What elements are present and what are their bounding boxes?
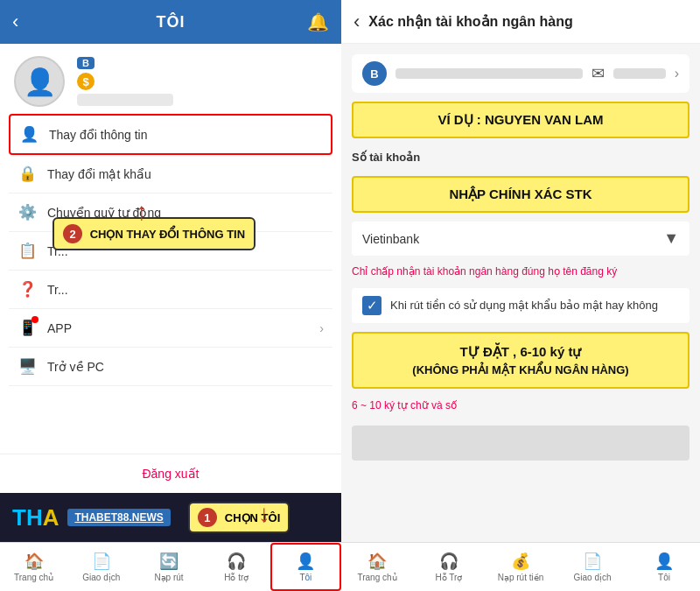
menu-item-app[interactable]: 📱 APP › — [9, 309, 332, 348]
nav-deposit[interactable]: 🔄 Nạp rút — [135, 543, 202, 591]
right-transaction-icon: 📄 — [583, 552, 602, 571]
right-nav-me-label: Tôi — [658, 573, 670, 582]
nav-support-label: Hỗ trợ — [224, 573, 248, 582]
annotation-step2-text: CHỌN THAY ĐỔI THÔNG TIN — [90, 228, 245, 241]
level-badge: B — [77, 57, 94, 69]
nav-transaction[interactable]: 📄 Giao dịch — [67, 543, 135, 591]
menu-label-pc: Trở về PC — [47, 360, 104, 374]
avatar: 👤 — [14, 56, 65, 107]
right-nav-transaction[interactable]: 📄 Giao dịch — [556, 543, 628, 591]
account-badge: B — [362, 61, 387, 86]
bank-name: Vietinbank — [362, 232, 419, 246]
annotation-step2: 2 CHỌN THAY ĐỔI THÔNG TIN — [52, 217, 256, 250]
bell-icon[interactable]: 🔔 — [307, 11, 329, 32]
nav-transaction-label: Giao dịch — [82, 573, 120, 582]
menu-item-change-info[interactable]: 👤 Thay đổi thông tin — [9, 114, 332, 155]
right-back-arrow-icon[interactable]: ‹ — [354, 11, 360, 33]
account-number-label: Số tài khoản — [352, 147, 690, 167]
menu-item-change-password[interactable]: 🔒 Thay đổi mật khẩu — [9, 155, 332, 193]
bank-row[interactable]: Vietinbank ▼ — [352, 222, 690, 256]
right-header: ‹ Xác nhận tài khoản ngân hàng — [341, 0, 700, 44]
example-box: VÍ DỤ : NGUYEN VAN LAM — [352, 102, 690, 138]
left-title: TÔI — [157, 13, 186, 32]
support-icon: 🎧 — [227, 552, 246, 571]
right-nav-me[interactable]: 👤 Tôi — [628, 543, 700, 591]
right-nav-home-label: Trang chủ — [357, 573, 396, 582]
account-bar2 — [613, 68, 666, 79]
notification-dot — [32, 316, 38, 323]
checkbox-checked-icon[interactable]: ✓ — [362, 296, 382, 315]
back-arrow-icon[interactable]: ‹ — [12, 11, 18, 33]
menu-label-change-info: Thay đổi thông tin — [49, 128, 148, 142]
right-support-icon: 🎧 — [439, 552, 458, 571]
lock-icon: 🔒 — [18, 165, 37, 183]
menu-item-help[interactable]: ❓ Tr... — [9, 271, 332, 309]
right-nav-home[interactable]: 🏠 Trang chủ — [341, 543, 413, 591]
nav-deposit-label: Nạp rút — [154, 573, 183, 582]
password-line1: TỰ ĐẶT , 6-10 ký tự — [366, 344, 676, 360]
right-panel: ‹ Xác nhận tài khoản ngân hàng B ✉ › VÍ … — [341, 0, 700, 591]
right-nav-deposit[interactable]: 💰 Nạp rút tiền — [485, 543, 556, 591]
menu-label-help: Tr... — [47, 283, 68, 297]
home-icon: 🏠 — [24, 552, 44, 571]
menu-label-app: APP — [47, 321, 72, 335]
clipboard-icon: 📋 — [18, 242, 37, 260]
right-home-icon: 🏠 — [368, 552, 387, 571]
right-bottom-nav: 🏠 Trang chủ 🎧 Hỗ Trợ 💰 Nạp rút tiền 📄 Gi… — [341, 542, 700, 591]
dollar-badge: $ — [77, 73, 94, 90]
right-title: Xác nhận tài khoản ngân hàng — [368, 13, 572, 30]
nav-me[interactable]: 👤 Tôi — [270, 543, 341, 591]
annotation-step1-text: CHỌN TÔI — [225, 511, 280, 524]
profile-section: 👤 B $ — [0, 44, 341, 114]
annotation-step1: 1 CHỌN TÔI — [188, 502, 290, 533]
account-name-bar — [396, 68, 583, 79]
step2-circle: 2 — [63, 224, 82, 243]
chevron-right-icon: › — [319, 321, 324, 335]
password-instruction-box: TỰ ĐẶT , 6-10 ký tự (KHÔNG PHẢI MẬT KHẨU… — [352, 332, 690, 389]
password-line2: (KHÔNG PHẢI MẬT KHẨU NGÂN HÀNG) — [366, 363, 676, 376]
me-icon: 👤 — [296, 552, 315, 571]
logout-button[interactable]: Đăng xuất — [0, 454, 341, 493]
checkbox-row[interactable]: ✓ Khi rút tiền có sử dụng mật khẩu bảo m… — [352, 288, 690, 323]
username-bar — [77, 94, 173, 106]
bank-chevron-icon: ▼ — [663, 229, 679, 248]
menu-list: 👤 Thay đổi thông tin 🔒 Thay đổi mật khẩu… — [0, 114, 341, 454]
menu-item-pc[interactable]: 🖥️ Trở về PC — [9, 348, 332, 386]
red-note: Chỉ chấp nhận tài khoản ngân hàng đúng h… — [352, 264, 690, 279]
nav-home[interactable]: 🏠 Trang chủ — [0, 543, 67, 591]
monitor-icon: 🖥️ — [18, 357, 37, 376]
right-me-icon: 👤 — [654, 552, 674, 571]
nav-support[interactable]: 🎧 Hỗ trợ — [203, 543, 270, 591]
hint-text: 6 ~ 10 ký tự chữ và số — [352, 398, 690, 413]
user-icon: 👤 — [19, 125, 38, 144]
right-nav-transaction-label: Giao dịch — [573, 573, 611, 582]
right-deposit-icon: 💰 — [511, 552, 530, 571]
account-chevron-icon: › — [675, 66, 679, 81]
right-nav-support-label: Hỗ Trợ — [436, 573, 463, 582]
brand-a: A — [43, 504, 60, 531]
brand-url: THABET88.NEWS — [67, 509, 170, 526]
nav-me-label: Tôi — [299, 573, 312, 582]
nav-home-label: Trang chủ — [14, 573, 53, 582]
menu-label-change-password: Thay đổi mật khẩu — [47, 167, 151, 181]
step1-circle: 1 — [198, 508, 217, 527]
right-content: B ✉ › VÍ DỤ : NGUYEN VAN LAM Số tài khoả… — [341, 44, 700, 542]
down-arrow-annotation: ↓ — [258, 500, 270, 528]
brand-th: TH — [12, 504, 43, 531]
transaction-icon: 📄 — [92, 552, 111, 571]
right-nav-support[interactable]: 🎧 Hỗ Trợ — [413, 543, 485, 591]
checkbox-label: Khi rút tiền có sử dụng mật khẩu bảo mật… — [390, 298, 658, 313]
email-icon: ✉ — [592, 64, 605, 83]
right-nav-deposit-label: Nạp rút tiền — [498, 573, 544, 582]
question-icon: ❓ — [18, 280, 37, 299]
bottom-grey-bar — [352, 426, 690, 461]
brand-section: THA THABET88.NEWS 1 CHỌN TÔI — [0, 493, 341, 542]
up-arrow-annotation: ↑ — [136, 200, 148, 224]
gear-icon: ⚙️ — [18, 203, 37, 222]
account-row: B ✉ › — [352, 54, 690, 93]
left-bottom-nav: 🏠 Trang chủ 📄 Giao dịch 🔄 Nạp rút 🎧 Hỗ t… — [0, 542, 341, 591]
stk-input-box[interactable]: NHẬP CHÍNH XÁC STK — [352, 176, 690, 213]
deposit-icon: 🔄 — [159, 552, 178, 571]
left-header: ‹ TÔI 🔔 — [0, 0, 341, 44]
profile-info: B $ — [77, 57, 173, 106]
